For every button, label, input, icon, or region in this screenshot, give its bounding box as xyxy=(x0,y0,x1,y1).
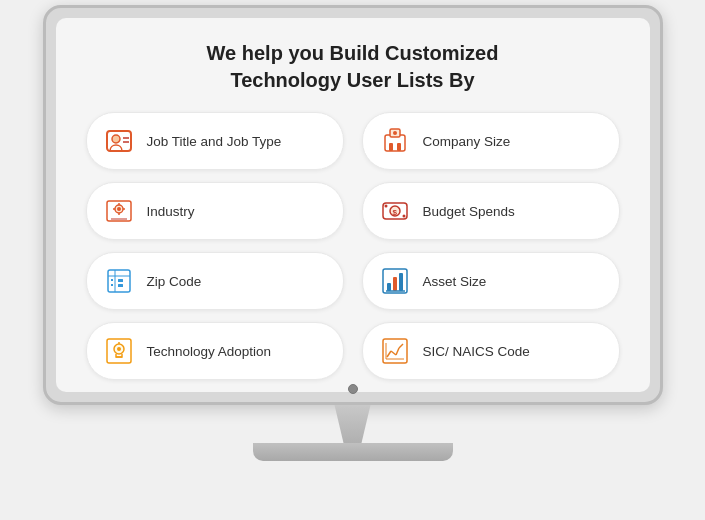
company-size-icon xyxy=(377,123,413,159)
monitor-neck xyxy=(323,405,383,443)
card-asset-size: Asset Size xyxy=(362,252,620,310)
svg-text:$: $ xyxy=(392,208,397,217)
asset-size-label: Asset Size xyxy=(423,274,487,289)
svg-rect-32 xyxy=(399,273,403,291)
technology-adoption-icon xyxy=(101,333,137,369)
asset-size-icon xyxy=(377,263,413,299)
budget-spends-icon: $ xyxy=(377,193,413,229)
svg-rect-8 xyxy=(397,143,401,151)
card-zip-code: Zip Code xyxy=(86,252,344,310)
monitor-wrapper: We help you Build Customized Technology … xyxy=(23,5,683,515)
svg-point-6 xyxy=(393,131,397,135)
card-company-size: Company Size xyxy=(362,112,620,170)
card-sic-naics: SIC/ NAICS Code xyxy=(362,322,620,380)
card-industry: Industry xyxy=(86,182,344,240)
svg-rect-26 xyxy=(111,279,113,281)
title-line2: Technology User Lists By xyxy=(230,69,474,91)
svg-rect-25 xyxy=(118,279,123,282)
sic-naics-icon xyxy=(377,333,413,369)
monitor-base xyxy=(253,443,453,461)
svg-rect-30 xyxy=(387,283,391,291)
zip-code-icon xyxy=(101,263,137,299)
monitor-body: We help you Build Customized Technology … xyxy=(43,5,663,405)
job-title-icon xyxy=(101,123,137,159)
card-budget-spends: $ Budget Spends xyxy=(362,182,620,240)
technology-adoption-label: Technology Adoption xyxy=(147,344,272,359)
svg-rect-28 xyxy=(118,284,123,287)
title-line1: We help you Build Customized xyxy=(207,42,499,64)
svg-point-1 xyxy=(112,135,120,143)
sic-naics-label: SIC/ NAICS Code xyxy=(423,344,530,359)
svg-rect-7 xyxy=(389,143,393,151)
budget-spends-label: Budget Spends xyxy=(423,204,515,219)
monitor-camera xyxy=(348,384,358,394)
screen-title: We help you Build Customized Technology … xyxy=(207,40,499,94)
svg-point-15 xyxy=(117,207,121,211)
zip-code-label: Zip Code xyxy=(147,274,202,289)
svg-point-21 xyxy=(402,215,405,218)
svg-point-20 xyxy=(384,205,387,208)
svg-point-38 xyxy=(117,347,121,351)
company-size-label: Company Size xyxy=(423,134,511,149)
svg-rect-31 xyxy=(393,277,397,291)
industry-label: Industry xyxy=(147,204,195,219)
monitor-screen: We help you Build Customized Technology … xyxy=(56,18,650,392)
cards-grid: Job Title and Job Type Company Size xyxy=(86,112,620,380)
card-job-title: Job Title and Job Type xyxy=(86,112,344,170)
industry-icon xyxy=(101,193,137,229)
job-title-label: Job Title and Job Type xyxy=(147,134,282,149)
card-technology-adoption: Technology Adoption xyxy=(86,322,344,380)
svg-rect-27 xyxy=(111,284,113,286)
